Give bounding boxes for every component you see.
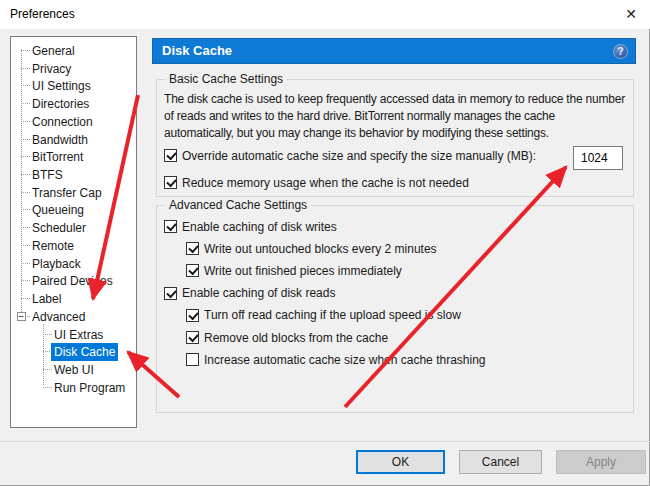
sidebar-item-btfs[interactable]: BTFS bbox=[11, 165, 134, 183]
sidebar-item-label: Run Program bbox=[54, 379, 125, 397]
tree-branch-line bbox=[21, 227, 30, 228]
sidebar-item-label: Transfer Cap bbox=[32, 184, 102, 202]
sidebar-item-label: Advanced bbox=[32, 308, 85, 326]
help-icon[interactable]: ? bbox=[613, 44, 628, 59]
option-enable-caching-of-disk[interactable]: Enable caching of disk writes bbox=[164, 219, 337, 234]
apply-button[interactable]: Apply bbox=[556, 450, 646, 474]
cancel-button[interactable]: Cancel bbox=[459, 450, 542, 474]
sidebar-item-remote[interactable]: Remote bbox=[11, 236, 134, 254]
option-increase-automatic-cache-size[interactable]: Increase automatic cache size when cache… bbox=[186, 352, 486, 367]
panel-header: Disk Cache ? bbox=[152, 38, 636, 64]
sidebar-item-playback[interactable]: Playback bbox=[11, 254, 134, 272]
tree-branch-line bbox=[21, 156, 30, 157]
tree-branch-line bbox=[21, 68, 30, 69]
sidebar-item-run-program[interactable]: Run Program bbox=[11, 378, 134, 396]
checkbox-icon[interactable] bbox=[186, 331, 199, 344]
sidebar-item-label: Queueing bbox=[32, 201, 84, 219]
advanced-cache-settings-group: Advanced Cache Settings Enable caching o… bbox=[156, 205, 634, 413]
checkbox-icon[interactable] bbox=[186, 309, 199, 322]
sidebar-item-bandwidth[interactable]: Bandwidth bbox=[11, 130, 134, 148]
sidebar-item-label: Bandwidth bbox=[32, 131, 88, 149]
option-enable-caching-of-disk[interactable]: Enable caching of disk reads bbox=[164, 286, 335, 301]
description-line: The disk cache is used to keep frequentl… bbox=[164, 91, 625, 108]
sidebar-item-label: Label bbox=[32, 290, 61, 308]
option-label: Enable caching of disk writes bbox=[182, 220, 337, 234]
sidebar-item-label: Disk Cache bbox=[51, 343, 118, 361]
tree-branch-line bbox=[21, 280, 30, 281]
tree-branch-line bbox=[43, 387, 52, 388]
sidebar-item-connection[interactable]: Connection bbox=[11, 112, 134, 130]
description-line: automatically, but you may change its be… bbox=[164, 125, 625, 142]
checkbox-icon[interactable] bbox=[164, 176, 177, 189]
sidebar-tree[interactable]: GeneralPrivacyUI SettingsDirectoriesConn… bbox=[10, 36, 137, 428]
tree-branch-line bbox=[21, 121, 30, 122]
sidebar-item-web-ui[interactable]: Web UI bbox=[11, 360, 134, 378]
preferences-dialog: Preferences ✕ GeneralPrivacyUI SettingsD… bbox=[0, 0, 650, 486]
sidebar-item-transfer-cap[interactable]: Transfer Cap bbox=[11, 183, 134, 201]
tree-branch-line bbox=[21, 139, 30, 140]
tree-branch-line bbox=[43, 369, 52, 370]
sidebar-item-scheduler[interactable]: Scheduler bbox=[11, 218, 134, 236]
sidebar-item-label: Privacy bbox=[32, 60, 71, 78]
option-write-out-finished-pieces[interactable]: Write out finished pieces immediately bbox=[186, 263, 402, 278]
tree-branch-line bbox=[21, 174, 30, 175]
page-title: Disk Cache bbox=[162, 43, 232, 58]
sidebar-item-label: Connection bbox=[32, 113, 93, 131]
sidebar-item-paired-devices[interactable]: Paired Devices bbox=[11, 271, 134, 289]
group-legend: Advanced Cache Settings bbox=[165, 198, 311, 212]
close-icon[interactable]: ✕ bbox=[614, 0, 648, 28]
sidebar-item-advanced[interactable]: Advanced bbox=[11, 307, 134, 325]
tree-branch-line bbox=[21, 263, 30, 264]
override-cache-size-option[interactable]: Override automatic cache size and specif… bbox=[164, 148, 536, 163]
sidebar-item-label: BTFS bbox=[32, 166, 63, 184]
sidebar-item-ui-settings[interactable]: UI Settings bbox=[11, 76, 134, 94]
sidebar-item-queueing[interactable]: Queueing bbox=[11, 200, 134, 218]
sidebar-item-label: BitTorrent bbox=[32, 148, 83, 166]
checkbox-icon[interactable] bbox=[186, 353, 199, 366]
option-label: Turn off read caching if the upload spee… bbox=[204, 308, 461, 322]
checkbox-icon[interactable] bbox=[186, 264, 199, 277]
checkbox-icon[interactable] bbox=[164, 149, 177, 162]
option-remove-old-blocks-from[interactable]: Remove old blocks from the cache bbox=[186, 330, 388, 345]
option-label: Reduce memory usage when the cache is no… bbox=[182, 176, 469, 190]
option-label: Write out finished pieces immediately bbox=[204, 264, 402, 278]
basic-cache-settings-group: Basic Cache Settings The disk cache is u… bbox=[156, 79, 634, 197]
tree-branch-line bbox=[21, 192, 30, 193]
sidebar-item-label: General bbox=[32, 42, 75, 60]
cache-size-input[interactable] bbox=[573, 146, 623, 170]
option-label: Write out untouched blocks every 2 minut… bbox=[204, 242, 437, 256]
tree-branch-line bbox=[21, 298, 30, 299]
sidebar-item-general[interactable]: General bbox=[11, 41, 134, 59]
sidebar-item-disk-cache[interactable]: Disk Cache bbox=[11, 342, 134, 360]
checkbox-icon[interactable] bbox=[164, 220, 177, 233]
cache-description: The disk cache is used to keep frequentl… bbox=[164, 91, 625, 142]
tree-branch-line bbox=[21, 85, 30, 86]
sidebar-item-label: Playback bbox=[32, 255, 81, 273]
sidebar-item-ui-extras[interactable]: UI Extras bbox=[11, 325, 134, 343]
sidebar-item-label: Web UI bbox=[54, 361, 94, 379]
option-turn-off-read-caching[interactable]: Turn off read caching if the upload spee… bbox=[186, 308, 461, 323]
description-line: of reads and writes to the hard drive. B… bbox=[164, 108, 625, 125]
sidebar-item-privacy[interactable]: Privacy bbox=[11, 59, 134, 77]
sidebar-item-label: UI Extras bbox=[54, 326, 103, 344]
reduce-memory-option[interactable]: Reduce memory usage when the cache is no… bbox=[164, 175, 469, 190]
option-label: Increase automatic cache size when cache… bbox=[204, 353, 486, 367]
tree-branch-line bbox=[21, 103, 30, 104]
group-legend: Basic Cache Settings bbox=[165, 72, 287, 86]
option-label: Enable caching of disk reads bbox=[182, 286, 335, 300]
tree-branch-line bbox=[21, 316, 30, 317]
option-label: Remove old blocks from the cache bbox=[204, 331, 388, 345]
option-write-out-untouched-blocks[interactable]: Write out untouched blocks every 2 minut… bbox=[186, 241, 437, 256]
sidebar-item-bittorrent[interactable]: BitTorrent bbox=[11, 147, 134, 165]
window-title: Preferences bbox=[10, 7, 75, 21]
tree-branch-line bbox=[21, 50, 30, 51]
option-label: Override automatic cache size and specif… bbox=[182, 149, 536, 163]
ok-button[interactable]: OK bbox=[356, 450, 445, 474]
tree-branch-line bbox=[21, 245, 30, 246]
sidebar-item-label: Remote bbox=[32, 237, 74, 255]
checkbox-icon[interactable] bbox=[164, 287, 177, 300]
checkbox-icon[interactable] bbox=[186, 242, 199, 255]
sidebar-item-directories[interactable]: Directories bbox=[11, 94, 134, 112]
sidebar-item-label[interactable]: Label bbox=[11, 289, 134, 307]
tree-branch-line bbox=[21, 209, 30, 210]
